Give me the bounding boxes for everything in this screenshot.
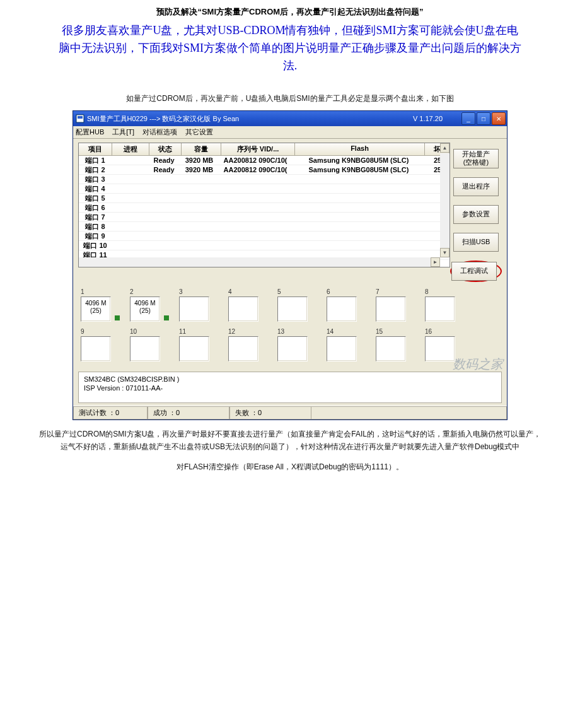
col-header-serial[interactable]: 序列号 VID/... bbox=[221, 143, 295, 155]
slot: 12 bbox=[228, 328, 258, 361]
footer-spacer bbox=[311, 406, 507, 420]
menu-tools[interactable]: 工具[T] bbox=[112, 128, 134, 136]
col-header-process[interactable]: 进程 bbox=[112, 143, 149, 155]
slot-box[interactable] bbox=[81, 336, 111, 361]
menu-dialog-options[interactable]: 对话框选项 bbox=[142, 128, 177, 136]
slot-number: 8 bbox=[425, 288, 455, 295]
cell-status bbox=[148, 232, 180, 240]
cell-item: 端口 10 bbox=[79, 241, 112, 250]
cell-process bbox=[112, 232, 148, 240]
cell-item: 端口 4 bbox=[79, 184, 112, 193]
table-row[interactable]: 端口 1Ready3920 MBAA200812 090C/10(Samsung… bbox=[79, 156, 450, 165]
table-row[interactable]: 端口 6 bbox=[79, 203, 450, 213]
slot-box[interactable]: 4096 M(25) bbox=[130, 296, 160, 322]
menu-other-settings[interactable]: 其它设置 bbox=[185, 128, 213, 136]
scroll-right-icon[interactable]: ► bbox=[431, 257, 440, 267]
table-row[interactable]: 端口 8 bbox=[79, 222, 450, 232]
cell-serial bbox=[219, 184, 292, 193]
cell-flash: Samsung K9NBG08U5M (SLC) bbox=[292, 165, 426, 174]
slot: 13 bbox=[277, 328, 308, 361]
cell-status: Ready bbox=[148, 156, 180, 165]
slot-box[interactable] bbox=[277, 296, 308, 322]
slot-box[interactable] bbox=[179, 336, 209, 361]
table-row[interactable]: 端口 5 bbox=[79, 194, 450, 203]
cell-capacity bbox=[180, 184, 219, 193]
table-row[interactable]: 端口 3 bbox=[79, 175, 450, 184]
slot-box[interactable] bbox=[228, 296, 258, 322]
minimize-button[interactable]: _ bbox=[461, 112, 475, 125]
slot-number: 11 bbox=[179, 328, 209, 335]
cell-process bbox=[112, 194, 148, 203]
cell-flash bbox=[292, 213, 426, 221]
slot-box[interactable] bbox=[327, 336, 357, 361]
col-header-item[interactable]: 项目 bbox=[79, 143, 112, 155]
cell-serial bbox=[219, 232, 292, 240]
cell-flash bbox=[292, 175, 426, 184]
cell-flash: Samsung K9NBG08U5M (SLC) bbox=[292, 156, 426, 165]
cell-serial: AA200812 090C/10( bbox=[219, 165, 292, 174]
cell-process bbox=[112, 165, 148, 174]
doc-note-1: 所以量产过CDROM的SMI方案U盘，再次量产时最好不要直接去进行量产（如直接量… bbox=[38, 428, 542, 453]
exit-button[interactable]: 退出程序 bbox=[453, 177, 499, 196]
cell-process bbox=[112, 203, 148, 212]
slot-box[interactable] bbox=[425, 296, 455, 322]
col-header-flash[interactable]: Flash bbox=[295, 143, 425, 155]
slot: 5 bbox=[277, 288, 308, 322]
cell-process bbox=[112, 175, 148, 184]
slot-number: 12 bbox=[228, 328, 258, 335]
status-box: SM324BC (SM324BCISP.BIN ) ISP Version : … bbox=[78, 372, 502, 403]
slot: 16 bbox=[425, 328, 455, 361]
cell-flash bbox=[292, 222, 426, 231]
table-row[interactable]: 端口 7 bbox=[79, 213, 450, 222]
slot-number: 1 bbox=[81, 288, 111, 295]
cell-item: 端口 9 bbox=[79, 232, 112, 240]
maximize-button[interactable]: □ bbox=[477, 112, 490, 125]
table-row[interactable]: 端口 10 bbox=[79, 241, 450, 250]
slot-number: 9 bbox=[81, 328, 111, 335]
slot-number: 6 bbox=[327, 288, 357, 295]
cell-item: 端口 5 bbox=[79, 194, 112, 203]
cell-item: 端口 3 bbox=[79, 175, 112, 184]
cell-item: 端口 6 bbox=[79, 203, 112, 212]
slot-box[interactable] bbox=[179, 296, 209, 322]
cell-status bbox=[148, 213, 180, 221]
status-line-2: ISP Version : 071011-AA- bbox=[84, 384, 496, 392]
slot: 4 bbox=[228, 288, 258, 322]
scroll-down-icon[interactable]: ▼ bbox=[440, 248, 450, 257]
table-row[interactable]: 端口 4 bbox=[79, 184, 450, 194]
slot-box[interactable] bbox=[425, 336, 455, 361]
cell-serial bbox=[219, 222, 292, 231]
param-button[interactable]: 参数设置 bbox=[453, 205, 499, 224]
scan-usb-button[interactable]: 扫描USB bbox=[453, 233, 499, 252]
slot: 24096 M(25) bbox=[130, 288, 160, 322]
slot-box[interactable] bbox=[327, 296, 357, 322]
col-header-status[interactable]: 状态 bbox=[149, 143, 182, 155]
slot-box[interactable] bbox=[130, 336, 160, 361]
scroll-up-icon[interactable]: ▲ bbox=[440, 143, 450, 153]
slot-box[interactable] bbox=[376, 296, 406, 322]
cell-capacity bbox=[180, 213, 219, 221]
cell-process bbox=[112, 213, 148, 221]
cell-process bbox=[112, 184, 148, 193]
slot-box[interactable]: 4096 M(25) bbox=[81, 296, 111, 322]
cell-process bbox=[112, 156, 148, 165]
cell-serial bbox=[219, 175, 292, 184]
table-row[interactable]: 端口 9 bbox=[79, 232, 450, 241]
slot-box[interactable] bbox=[376, 336, 406, 361]
close-button[interactable]: ✕ bbox=[492, 112, 506, 125]
start-button[interactable]: 开始量产 (空格键) bbox=[453, 149, 499, 168]
slot: 7 bbox=[376, 288, 406, 322]
scrollbar-vertical[interactable] bbox=[440, 153, 450, 257]
scrollbar-horizontal[interactable] bbox=[79, 257, 440, 267]
col-header-capacity[interactable]: 容量 bbox=[182, 143, 221, 155]
menubar: 配置HUB 工具[T] 对话框选项 其它设置 bbox=[73, 126, 507, 139]
debug-button[interactable]: 工程调试 bbox=[451, 262, 497, 281]
slot: 9 bbox=[81, 328, 111, 361]
cell-status bbox=[148, 175, 180, 184]
slot-box[interactable] bbox=[228, 336, 258, 361]
menu-config-hub[interactable]: 配置HUB bbox=[76, 128, 104, 136]
cell-status bbox=[148, 203, 180, 212]
table-row[interactable]: 端口 2Ready3920 MBAA200812 090C/10(Samsung… bbox=[79, 165, 450, 175]
slot-box[interactable] bbox=[277, 336, 308, 361]
slot-number: 13 bbox=[277, 328, 308, 335]
